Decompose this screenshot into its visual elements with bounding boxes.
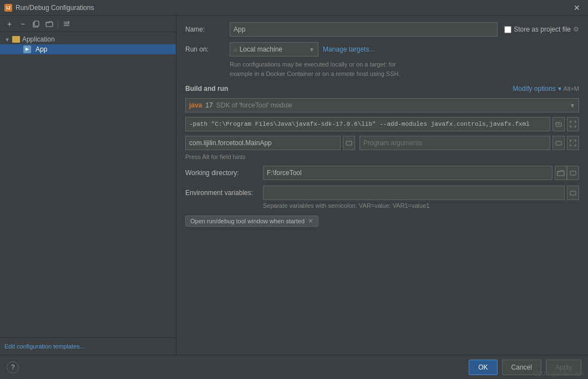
modify-options-label: Modify options — [513, 85, 555, 93]
sdk-dropdown-arrow-icon: ▼ — [570, 103, 575, 109]
main-class-expand-button[interactable] — [343, 136, 355, 150]
tree-item-app-label: App — [36, 45, 47, 53]
env-vars-input[interactable] — [263, 186, 565, 200]
prog-args-expand-button[interactable] — [552, 136, 565, 150]
tree-area: ▼ Application ▶ App — [0, 32, 176, 337]
working-dir-input[interactable] — [263, 166, 552, 180]
program-args-input[interactable] — [359, 136, 550, 150]
prog-args-fullscreen-button[interactable] — [567, 136, 579, 150]
dialog-body: + − — [0, 16, 588, 355]
run-on-label: Run on: — [185, 45, 230, 53]
sort-icon — [63, 20, 70, 28]
local-machine-text: Local machine — [240, 45, 307, 53]
right-panel: Name: Store as project file ⚙ Run on: ⌂ … — [176, 16, 588, 355]
modify-options[interactable]: Modify options ▾ Alt+M — [513, 85, 579, 93]
run-tool-window-chip: Open run/debug tool window when started … — [185, 216, 318, 227]
svg-rect-1 — [34, 21, 39, 26]
name-label: Name: — [185, 25, 230, 33]
vm-fullscreen-button[interactable] — [567, 117, 579, 131]
working-dir-label: Working directory: — [185, 169, 263, 177]
field-hints: Press Alt for field hints — [185, 153, 579, 160]
vm-options-row — [185, 117, 579, 131]
folder-browse-icon — [557, 170, 565, 176]
tree-group-application[interactable]: ▼ Application — [0, 34, 176, 44]
app-run-icon: ▶ — [23, 45, 31, 53]
env-vars-label: Environment variables: — [185, 189, 263, 197]
main-class-input[interactable] — [185, 136, 341, 150]
run-on-row: Run on: ⌂ Local machine ▼ Manage targets… — [185, 42, 579, 57]
working-dir-browse-button[interactable] — [555, 166, 567, 180]
working-dir-row: Working directory: — [185, 166, 579, 180]
edit-templates: Edit configuration templates... — [0, 337, 176, 355]
chip-label: Open run/debug tool window when started — [190, 218, 305, 224]
fullscreen-icon — [570, 121, 576, 127]
fullscreen-icon2 — [570, 140, 576, 146]
modify-options-shortcut: Alt+M — [564, 85, 579, 92]
close-button[interactable]: ✕ — [570, 2, 584, 13]
title-bar: IJ Run/Debug Configurations ✕ — [0, 0, 588, 16]
add-config-button[interactable]: + — [3, 18, 16, 30]
svg-rect-9 — [556, 141, 561, 145]
sdk-java-label: java — [189, 101, 202, 109]
copy-icon — [32, 20, 40, 28]
main-class-row — [185, 136, 579, 150]
gear-icon[interactable]: ⚙ — [573, 25, 579, 33]
store-project: Store as project file ⚙ — [504, 25, 579, 33]
expand-icon — [346, 140, 352, 146]
working-dir-expand-button[interactable] — [567, 166, 579, 180]
run-hint: Run configurations may be executed local… — [230, 60, 579, 78]
left-toolbar: + − — [0, 16, 176, 32]
watermark: CSDN @AnAnCode — [534, 371, 584, 377]
run-hint-line1: Run configurations may be executed local… — [230, 60, 579, 69]
folder-icon — [45, 20, 53, 28]
manage-targets-link[interactable]: Manage targets... — [323, 45, 374, 53]
sdk-select[interactable]: java 17 SDK of 'forceTool' module ▼ — [185, 98, 579, 112]
application-group-label: Application — [22, 35, 55, 43]
ok-button[interactable]: OK — [469, 360, 497, 375]
vm-expand-button[interactable] — [552, 117, 565, 131]
env-vars-expand-button[interactable] — [567, 186, 579, 200]
sdk-version-label: 17 — [205, 101, 212, 109]
expand-icon4 — [570, 190, 576, 196]
copy-config-button[interactable] — [30, 18, 42, 30]
store-project-checkbox[interactable] — [504, 26, 511, 33]
local-machine-select[interactable]: ⌂ Local machine ▼ — [230, 42, 318, 57]
svg-rect-8 — [346, 141, 352, 145]
name-row: Name: Store as project file ⚙ — [185, 22, 579, 37]
svg-rect-12 — [570, 191, 576, 195]
expand-icon — [555, 121, 562, 127]
build-run-header: Build and run Modify options ▾ Alt+M — [185, 85, 579, 93]
move-config-button[interactable] — [43, 18, 55, 30]
svg-rect-11 — [570, 171, 576, 175]
store-project-label[interactable]: Store as project file — [514, 25, 571, 33]
folder-icon — [12, 36, 20, 43]
name-input[interactable] — [230, 22, 498, 37]
sort-config-button[interactable] — [60, 18, 73, 30]
title-bar-left: IJ Run/Debug Configurations — [4, 4, 94, 12]
run-hint-line2: example in a Docker Container or on a re… — [230, 69, 579, 79]
bottom-bar: ? OK Cancel Apply — [0, 355, 588, 379]
toolbar-separator — [58, 19, 58, 28]
help-button[interactable]: ? — [7, 361, 19, 373]
build-run-title: Build and run — [185, 85, 228, 93]
remove-config-button[interactable]: − — [17, 18, 29, 30]
expand-icon2 — [555, 140, 562, 146]
env-vars-row: Environment variables: — [185, 186, 579, 200]
sdk-module-label: SDK of 'forceTool' module — [216, 101, 292, 109]
tree-expand-arrow: ▼ — [4, 37, 10, 43]
expand-icon3 — [570, 170, 576, 176]
tree-item-app[interactable]: ▶ App — [0, 44, 176, 54]
house-icon: ⌂ — [234, 46, 237, 53]
sdk-row: java 17 SDK of 'forceTool' module ▼ — [185, 98, 579, 112]
chevron-down-icon: ▾ — [558, 85, 561, 93]
env-hint: Separate variables with semicolon: VAR=v… — [263, 202, 579, 209]
edit-templates-link[interactable]: Edit configuration templates... — [4, 343, 85, 350]
dialog-title: Run/Debug Configurations — [16, 4, 94, 12]
left-panel: + − — [0, 16, 176, 355]
vm-options-input[interactable] — [185, 117, 550, 131]
app-icon: IJ — [4, 4, 12, 12]
dropdown-arrow-icon: ▼ — [309, 47, 315, 53]
chips-row: Open run/debug tool window when started … — [185, 216, 579, 227]
chip-close-button[interactable]: ✕ — [308, 217, 313, 225]
